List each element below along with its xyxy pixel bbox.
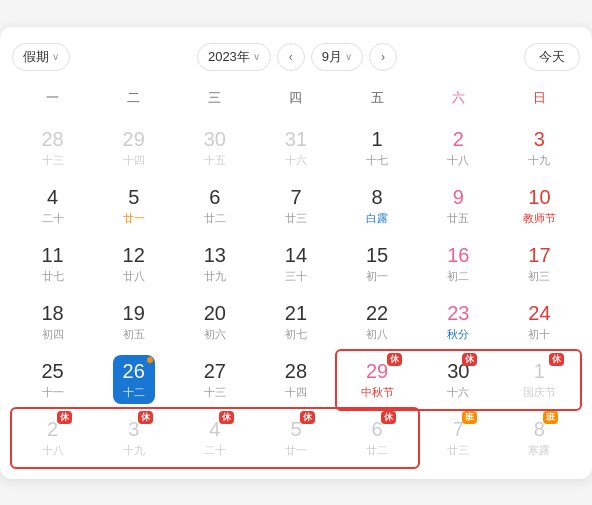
day-cell[interactable]: 9廿五 bbox=[418, 177, 499, 235]
day-lunar: 十六 bbox=[447, 385, 469, 400]
day-cell[interactable]: 31十六 bbox=[255, 119, 336, 177]
day-cell[interactable]: 3十九 bbox=[499, 119, 580, 177]
day-cell[interactable]: 7廿三 bbox=[255, 177, 336, 235]
day-cell[interactable]: 11廿七 bbox=[12, 235, 93, 293]
day-cell[interactable]: 班8寒露 bbox=[499, 409, 580, 467]
rest-badge: 休 bbox=[387, 353, 402, 366]
day-cell[interactable]: 10教师节 bbox=[499, 177, 580, 235]
day-number: 6 bbox=[209, 185, 220, 209]
day-cell[interactable]: 28十三 bbox=[12, 119, 93, 177]
day-cell[interactable]: 休29中秋节 bbox=[337, 351, 418, 409]
day-lunar: 初二 bbox=[447, 269, 469, 284]
calendar: 假期 ∨ 2023年 ∨ ‹ 9月 ∨ › 今天 一 二 三 四 五 六 bbox=[0, 27, 592, 479]
day-cell[interactable]: 18初四 bbox=[12, 293, 93, 351]
day-cell[interactable]: 14三十 bbox=[255, 235, 336, 293]
day-cell[interactable]: 21初七 bbox=[255, 293, 336, 351]
today-dot bbox=[147, 357, 153, 363]
day-number: 26 bbox=[123, 359, 145, 383]
holiday-dropdown[interactable]: 假期 ∨ bbox=[12, 43, 70, 71]
day-cell[interactable]: 4二十 bbox=[12, 177, 93, 235]
day-lunar: 初三 bbox=[528, 269, 550, 284]
day-cell[interactable]: 休4二十 bbox=[174, 409, 255, 467]
day-cell[interactable]: 26十二 bbox=[93, 351, 174, 409]
day-lunar: 十四 bbox=[123, 153, 145, 168]
rest-badge: 休 bbox=[549, 353, 564, 366]
day-lunar: 廿七 bbox=[42, 269, 64, 284]
next-month-button[interactable]: › bbox=[369, 43, 397, 71]
day-lunar: 初一 bbox=[366, 269, 388, 284]
day-cell[interactable]: 27十三 bbox=[174, 351, 255, 409]
day-lunar: 秋分 bbox=[447, 327, 469, 342]
day-number: 29 bbox=[366, 359, 388, 383]
day-cell[interactable]: 休2十八 bbox=[12, 409, 93, 467]
day-cell[interactable]: 12廿八 bbox=[93, 235, 174, 293]
day-number: 16 bbox=[447, 243, 469, 267]
day-cell[interactable]: 17初三 bbox=[499, 235, 580, 293]
day-lunar: 十四 bbox=[285, 385, 307, 400]
rest-badge: 休 bbox=[381, 411, 396, 424]
day-lunar: 廿九 bbox=[204, 269, 226, 284]
day-cell[interactable]: 休1国庆节 bbox=[499, 351, 580, 409]
day-lunar: 十一 bbox=[42, 385, 64, 400]
day-lunar: 廿二 bbox=[366, 443, 388, 458]
day-cell[interactable]: 13廿九 bbox=[174, 235, 255, 293]
day-cell[interactable]: 2十八 bbox=[418, 119, 499, 177]
day-lunar: 十八 bbox=[42, 443, 64, 458]
day-lunar: 白露 bbox=[366, 211, 388, 226]
work-badge: 班 bbox=[543, 411, 558, 424]
prev-month-button[interactable]: ‹ bbox=[277, 43, 305, 71]
day-lunar: 初四 bbox=[42, 327, 64, 342]
day-lunar: 二十 bbox=[204, 443, 226, 458]
day-number: 15 bbox=[366, 243, 388, 267]
day-lunar: 初七 bbox=[285, 327, 307, 342]
day-lunar: 十三 bbox=[42, 153, 64, 168]
day-number: 19 bbox=[123, 301, 145, 325]
calendar-header: 假期 ∨ 2023年 ∨ ‹ 9月 ∨ › 今天 bbox=[12, 43, 580, 71]
day-cell[interactable]: 22初八 bbox=[337, 293, 418, 351]
day-number: 31 bbox=[285, 127, 307, 151]
weekday-sun: 日 bbox=[499, 85, 580, 115]
day-lunar: 廿一 bbox=[123, 211, 145, 226]
month-dropdown[interactable]: 9月 ∨ bbox=[311, 43, 363, 71]
day-cell[interactable]: 休30十六 bbox=[418, 351, 499, 409]
day-cell[interactable]: 8白露 bbox=[337, 177, 418, 235]
day-number: 28 bbox=[285, 359, 307, 383]
day-cell[interactable]: 休3十九 bbox=[93, 409, 174, 467]
day-number: 24 bbox=[528, 301, 550, 325]
rest-badge: 休 bbox=[462, 353, 477, 366]
day-lunar: 廿八 bbox=[123, 269, 145, 284]
day-lunar: 教师节 bbox=[523, 211, 556, 226]
day-lunar: 十三 bbox=[204, 385, 226, 400]
day-cell[interactable]: 29十四 bbox=[93, 119, 174, 177]
day-number: 18 bbox=[41, 301, 63, 325]
day-number: 23 bbox=[447, 301, 469, 325]
day-cell[interactable]: 24初十 bbox=[499, 293, 580, 351]
day-cell[interactable]: 25十一 bbox=[12, 351, 93, 409]
day-cell[interactable]: 30十五 bbox=[174, 119, 255, 177]
day-cell[interactable]: 班7廿三 bbox=[418, 409, 499, 467]
rest-badge: 休 bbox=[57, 411, 72, 424]
today-button[interactable]: 今天 bbox=[524, 43, 580, 71]
day-cell[interactable]: 28十四 bbox=[255, 351, 336, 409]
year-chevron: ∨ bbox=[253, 51, 260, 62]
year-dropdown[interactable]: 2023年 ∨ bbox=[197, 43, 271, 71]
day-cell[interactable]: 5廿一 bbox=[93, 177, 174, 235]
day-cell[interactable]: 23秋分 bbox=[418, 293, 499, 351]
day-cell[interactable]: 休5廿一 bbox=[255, 409, 336, 467]
day-cell[interactable]: 1十七 bbox=[337, 119, 418, 177]
day-lunar: 十五 bbox=[204, 153, 226, 168]
days-grid-container: 28十三29十四30十五31十六1十七2十八3十九4二十5廿一6廿二7廿三8白露… bbox=[12, 119, 580, 467]
day-cell[interactable]: 6廿二 bbox=[174, 177, 255, 235]
day-cell[interactable]: 休6廿二 bbox=[337, 409, 418, 467]
day-cell[interactable]: 15初一 bbox=[337, 235, 418, 293]
day-number: 3 bbox=[534, 127, 545, 151]
month-label: 9月 bbox=[322, 48, 342, 66]
holiday-label: 假期 bbox=[23, 48, 49, 66]
holiday-chevron: ∨ bbox=[52, 51, 59, 62]
day-cell[interactable]: 19初五 bbox=[93, 293, 174, 351]
rest-badge: 休 bbox=[300, 411, 315, 424]
day-cell[interactable]: 20初六 bbox=[174, 293, 255, 351]
day-cell[interactable]: 16初二 bbox=[418, 235, 499, 293]
year-label: 2023年 bbox=[208, 48, 250, 66]
day-number: 13 bbox=[204, 243, 226, 267]
